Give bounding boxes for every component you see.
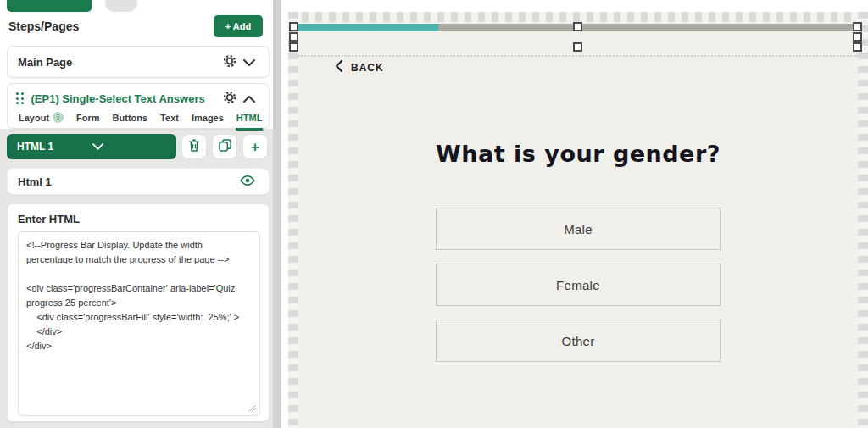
main-page-label: Main Page (18, 56, 220, 69)
html-block-name: Html 1 (18, 175, 236, 188)
element-collapse-button[interactable] (240, 91, 259, 107)
element-tabs: Layout i Form Buttons Text Images HTML (8, 110, 269, 131)
chevron-up-icon (243, 92, 255, 105)
tab-images[interactable]: Images (191, 113, 225, 131)
element-title: (EP1) Single-Select Text Answers (31, 92, 220, 105)
back-button[interactable]: BACK (335, 60, 384, 75)
html-editor-card: Enter HTML <!--Progress Bar Display. Upd… (7, 203, 270, 422)
selection-handle-bottom-right[interactable] (853, 42, 862, 52)
selection-border-right (858, 12, 868, 428)
answer-button-other[interactable]: Other (436, 320, 721, 362)
question-heading: What is your gender? (298, 141, 858, 167)
delete-html-block-button[interactable] (181, 134, 207, 159)
trash-icon (188, 139, 200, 154)
selection-border-left (288, 12, 298, 428)
duplicate-html-block-button[interactable] (212, 134, 237, 159)
tab-html[interactable]: HTML (236, 113, 264, 131)
plus-icon: + (251, 140, 259, 154)
html-block-toolbar: HTML 1 (7, 134, 270, 159)
main-page-expand-button[interactable] (240, 54, 259, 70)
steps-pages-title: Steps/Pages (8, 19, 79, 33)
html-block-name-row[interactable]: Html 1 (7, 168, 270, 195)
toggle-visibility-button[interactable] (236, 173, 259, 191)
editor-label: Enter HTML (18, 213, 259, 225)
selection-handle-middle-left[interactable] (289, 32, 298, 42)
html-block-selector-label: HTML 1 (17, 141, 92, 153)
element-card: (EP1) Single-Select Text Answers (7, 83, 270, 129)
html-code-editor[interactable]: <!--Progress Bar Display. Update the wid… (18, 231, 260, 416)
element-settings-button[interactable] (220, 89, 240, 108)
drag-handle-icon[interactable] (16, 92, 25, 105)
tab-text[interactable]: Text (159, 113, 180, 131)
inactive-top-tab-button[interactable] (105, 0, 137, 12)
tab-layout-label: Layout (19, 113, 49, 123)
eye-icon (240, 175, 255, 189)
element-header-row[interactable]: (EP1) Single-Select Text Answers (8, 84, 269, 110)
selection-handle-bottom-middle[interactable] (573, 42, 582, 52)
steps-panel: Steps/Pages + Add Main Page (0, 0, 281, 428)
answer-button-male[interactable]: Male (436, 208, 721, 250)
add-step-button[interactable]: + Add (214, 15, 263, 37)
selection-handle-top-middle[interactable] (573, 22, 582, 31)
panel-scrollbar[interactable] (273, 0, 281, 428)
selection-border-top (288, 12, 868, 22)
selection-handle-bottom-left[interactable] (289, 42, 298, 52)
chevron-down-icon (243, 56, 255, 69)
page-preview: BACK What is your gender? Male Female Ot… (298, 22, 858, 428)
add-html-block-button[interactable]: + (242, 134, 268, 159)
back-button-label: BACK (351, 62, 384, 74)
info-icon: i (53, 112, 64, 123)
main-page-row[interactable]: Main Page (7, 46, 270, 78)
preview-canvas: BACK What is your gender? Male Female Ot… (288, 12, 868, 428)
app-window: Steps/Pages + Add Main Page (0, 0, 868, 428)
selection-handle-top-right[interactable] (853, 22, 862, 31)
selection-bottom-edge (298, 55, 858, 57)
tab-form[interactable]: Form (75, 113, 101, 131)
tab-buttons[interactable]: Buttons (112, 113, 149, 131)
answer-options: Male Female Other (298, 208, 858, 362)
gear-icon (223, 54, 236, 70)
main-page-settings-button[interactable] (220, 53, 240, 72)
selection-handle-middle-right[interactable] (853, 32, 862, 42)
copy-icon (219, 139, 231, 154)
selection-handle-top-left[interactable] (289, 22, 298, 31)
answer-button-female[interactable]: Female (436, 264, 721, 306)
chevron-down-icon (92, 141, 168, 153)
tab-layout[interactable]: Layout i (18, 112, 64, 131)
gear-icon (223, 91, 236, 107)
html-block-selector[interactable]: HTML 1 (7, 134, 176, 159)
active-top-tab-button[interactable] (7, 0, 92, 12)
preview-progress-fill (298, 24, 438, 31)
chevron-left-icon (335, 60, 342, 75)
